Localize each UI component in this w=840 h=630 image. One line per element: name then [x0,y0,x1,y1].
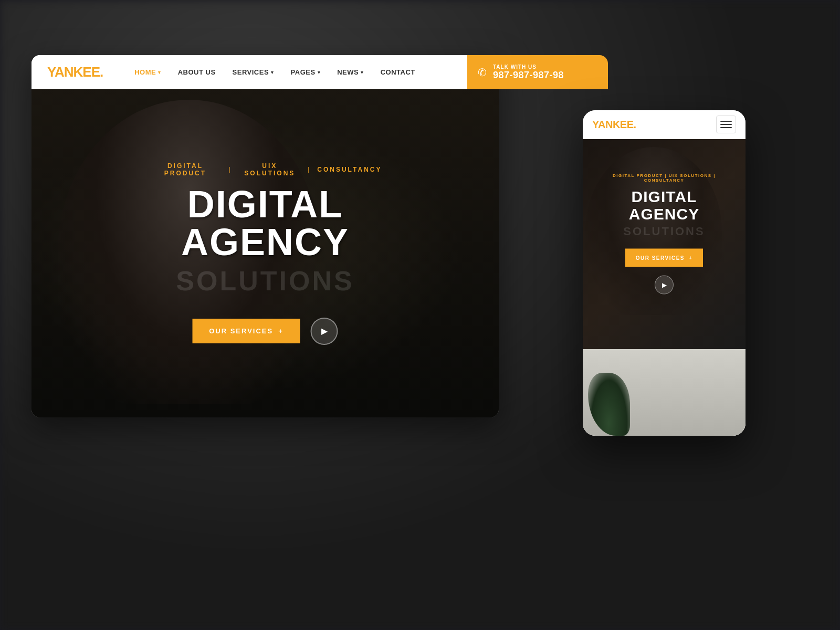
desktop-header: YANKEE. HOME ▾ ABOUT US SERVICES ▾ PAGES… [32,55,499,89]
cta-bar: ✆ TALK WITH US 987-987-987-98 [467,55,608,89]
nav-item-about[interactable]: ABOUT US [178,68,216,76]
nav-services-label: SERVICES [233,68,269,76]
plus-icon: + [278,327,284,335]
hero-subtitle-consultancy: CONSULTANCY [317,166,382,173]
mobile-hero-subtitle: DIGITAL PRODUCT | UIX SOLUTIONS | CONSUL… [596,173,732,183]
hamburger-line-3 [720,127,732,128]
nav-about-label: ABOUT US [178,68,216,76]
our-services-button[interactable]: OUR SERVICES + [192,319,300,343]
nav-item-services[interactable]: SERVICES ▾ [233,68,274,76]
hero-subtitle: DIGITAL PRODUCT | UIX SOLUTIONS | CONSUL… [149,162,382,177]
mobile-mockup: YANKEE. DIGITAL PRODUCT | UIX SOLUTIONS … [583,110,746,436]
phone-icon: ✆ [478,66,487,79]
mobile-logo[interactable]: YANKEE. [592,119,636,131]
desktop-hero: DIGITAL PRODUCT | UIX SOLUTIONS | CONSUL… [32,89,499,417]
mobile-logo-text: YANKEE [592,119,634,130]
services-chevron-icon: ▾ [271,70,274,75]
hero-title-shadow: SOLUTIONS [149,265,382,297]
cta-number: 987-987-987-98 [493,70,564,81]
mobile-hero: DIGITAL PRODUCT | UIX SOLUTIONS | CONSUL… [583,139,746,349]
mobile-hero-title-shadow: SOLUTIONS [596,225,732,238]
cta-label: TALK WITH US [493,64,564,70]
logo-text: YANKEE [47,64,100,80]
logo-dot: . [100,64,103,80]
nav-contact-label: CONTACT [381,68,415,76]
hero-actions: OUR SERVICES + ▶ [149,318,382,345]
mobile-logo-dot: . [634,119,636,130]
separator-1: | [228,166,232,173]
mobile-plus-icon: + [689,255,692,261]
mobile-header: YANKEE. [583,110,746,139]
hero-subtitle-product: DIGITAL PRODUCT [149,162,223,177]
mobile-our-services-button[interactable]: OUR SERVICES + [625,249,704,267]
home-chevron-icon: ▾ [158,70,161,75]
news-chevron-icon: ▾ [361,70,364,75]
play-button[interactable]: ▶ [311,318,338,345]
hero-title: DIGITAL AGENCY [149,185,382,261]
mobile-play-button[interactable]: ▶ [655,276,674,295]
mobile-play-icon: ▶ [662,281,667,289]
mobile-hero-content: DIGITAL PRODUCT | UIX SOLUTIONS | CONSUL… [596,173,732,295]
hamburger-line-2 [720,124,732,125]
desktop-mockup: YANKEE. HOME ▾ ABOUT US SERVICES ▾ PAGES… [32,55,499,417]
nav-item-home[interactable]: HOME ▾ [134,68,161,76]
pages-chevron-icon: ▾ [318,70,321,75]
hero-subtitle-uix: UIX SOLUTIONS [238,162,302,177]
play-icon: ▶ [321,326,328,336]
mobile-services-label: OUR SERVICES [636,255,685,261]
nav-news-label: NEWS [337,68,359,76]
separator-2: | [308,166,311,173]
hero-content: DIGITAL PRODUCT | UIX SOLUTIONS | CONSUL… [149,162,382,345]
desktop-nav: HOME ▾ ABOUT US SERVICES ▾ PAGES ▾ NEWS … [134,67,483,78]
nav-home-label: HOME [134,68,156,76]
hamburger-line-1 [720,121,732,122]
desktop-logo[interactable]: YANKEE. [47,64,103,80]
nav-item-news[interactable]: NEWS ▾ [337,68,364,76]
nav-item-contact[interactable]: CONTACT [381,68,415,76]
cta-text-block: TALK WITH US 987-987-987-98 [493,64,564,81]
nav-item-pages[interactable]: PAGES ▾ [291,68,321,76]
mobile-bottom-section [583,349,746,436]
nav-pages-label: PAGES [291,68,316,76]
hamburger-menu-button[interactable] [716,116,736,133]
mobile-hero-title: DIGITAL AGENCY [596,188,732,223]
our-services-label: OUR SERVICES [209,327,273,335]
